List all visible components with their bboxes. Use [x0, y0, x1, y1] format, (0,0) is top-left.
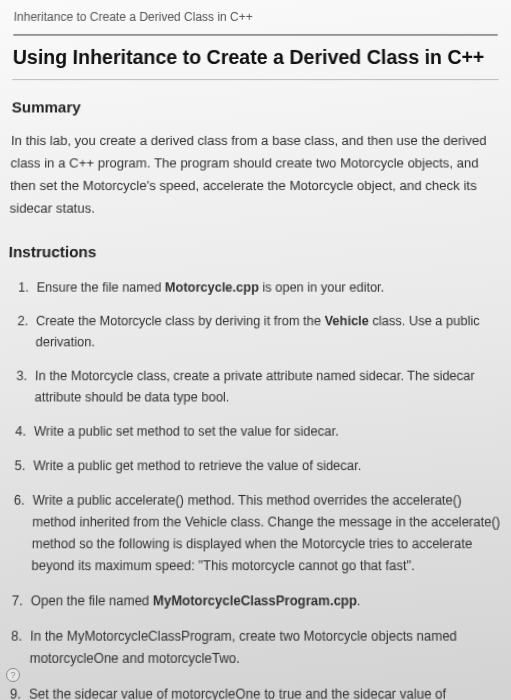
- instruction-item: Write a public set method to set the val…: [19, 421, 506, 442]
- instruction-text-bold: Motorcycle.cpp: [165, 281, 259, 296]
- instruction-text-pre: Create the Motorcycle class by deriving …: [36, 314, 325, 329]
- help-icon[interactable]: ?: [6, 668, 20, 682]
- instruction-text-pre: In the Motorcycle class, create a privat…: [34, 369, 474, 405]
- instruction-item: In the Motorcycle class, create a privat…: [20, 366, 506, 409]
- instruction-text-bold: MyMotorcycleClassProgram.cpp: [153, 594, 357, 609]
- page-title: Using Inheritance to Create a Derived Cl…: [13, 46, 499, 69]
- help-icon-label: ?: [10, 670, 15, 680]
- instruction-item: Create the Motorcycle class by deriving …: [21, 311, 505, 353]
- instruction-text-pre: Open the file named: [31, 594, 153, 609]
- instruction-text-post: is open in your editor.: [259, 281, 384, 296]
- breadcrumb: Inheritance to Create a Derived Class in…: [13, 8, 497, 24]
- instruction-text-post: .: [357, 594, 361, 609]
- instruction-text-bold: Vehicle: [325, 314, 369, 329]
- instruction-list: Ensure the file named Motorcycle.cpp is …: [0, 277, 511, 700]
- summary-heading: Summary: [12, 98, 500, 115]
- document-page: Inheritance to Create a Derived Class in…: [0, 0, 511, 700]
- instruction-text-pre: Set the sidecar value of motorcycleOne t…: [28, 687, 446, 700]
- title-block: Using Inheritance to Create a Derived Cl…: [12, 34, 498, 80]
- instruction-item: Write a public get method to retrieve th…: [18, 455, 507, 477]
- summary-text: In this lab, you create a derived class …: [9, 130, 501, 221]
- instruction-item: Open the file named MyMotorcycleClassPro…: [16, 590, 510, 612]
- instruction-item: Set the sidecar value of motorcycleOne t…: [13, 683, 511, 700]
- instruction-item: Ensure the file named Motorcycle.cpp is …: [22, 277, 503, 298]
- instruction-text-pre: Write a public accelerate() method. This…: [31, 493, 500, 574]
- instruction-text-pre: Write a public get method to retrieve th…: [33, 459, 361, 474]
- instruction-item: Write a public accelerate() method. This…: [17, 490, 510, 577]
- instruction-text-pre: In the MyMotorcycleClassProgram, create …: [30, 629, 458, 667]
- instruction-text-pre: Ensure the file named: [36, 281, 164, 296]
- instruction-item: In the MyMotorcycleClassProgram, create …: [15, 626, 511, 670]
- instruction-text-pre: Write a public set method to set the val…: [34, 424, 339, 439]
- instructions-heading: Instructions: [8, 243, 502, 261]
